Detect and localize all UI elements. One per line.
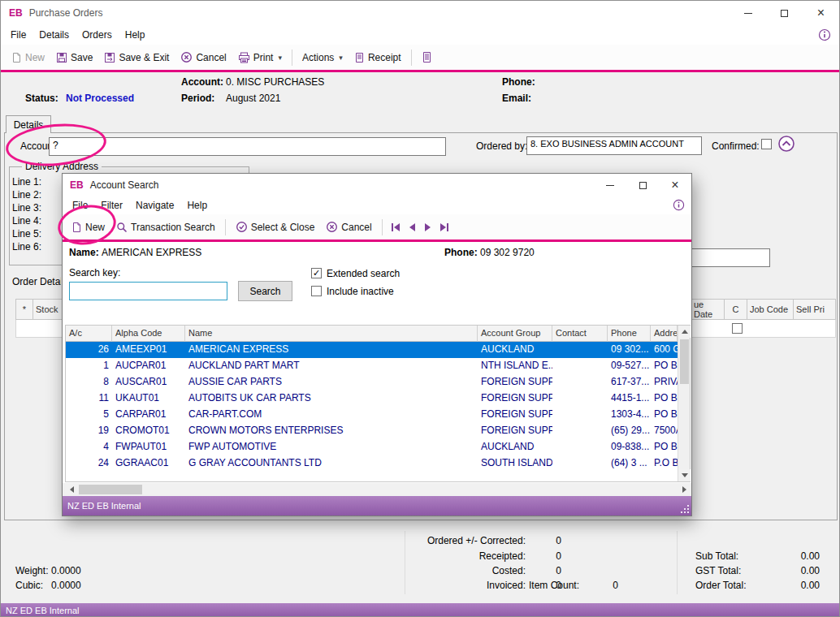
transaction-search-button[interactable]: Transaction Search (110, 218, 221, 236)
account-row[interactable]: 5 CARPAR01 CAR-PART.COM FOREIGN SUPP... … (66, 407, 690, 423)
scroll-down-button[interactable] (678, 469, 691, 481)
narrative-button[interactable] (416, 48, 438, 67)
menu-help[interactable]: Help (119, 27, 152, 43)
cell-address: 600 G (651, 342, 678, 358)
scroll-left-button[interactable] (65, 483, 78, 496)
menu-orders[interactable]: Orders (76, 27, 119, 43)
select-close-button[interactable]: Select & Close (230, 218, 321, 236)
search-button[interactable]: Search (238, 281, 292, 301)
previous-record-button[interactable] (405, 223, 420, 231)
actions-button[interactable]: Actions ▾ (297, 49, 349, 67)
dialog-maximize-button[interactable] (626, 174, 659, 196)
small-input-field[interactable] (691, 248, 770, 267)
horizontal-scrollbar[interactable] (65, 483, 691, 496)
cell-name: AUSSIE CAR PARTS (185, 374, 478, 390)
cell-name: FWP AUTOMOTIVE (185, 439, 478, 455)
scroll-left-icon (70, 486, 74, 493)
scroll-right-button[interactable] (678, 483, 691, 496)
dialog-exo-logo: EB (70, 179, 84, 191)
grid-row-checkbox[interactable] (732, 323, 743, 334)
cell-contact (552, 374, 608, 390)
ordered-by-input[interactable]: 8. EXO BUSINESS ADMIN ACCOUNT (526, 136, 702, 155)
order-grid-col-star[interactable]: * (15, 299, 33, 320)
extended-search-checkbox[interactable] (311, 268, 322, 278)
print-dropdown-arrow-icon[interactable]: ▾ (278, 54, 282, 62)
account-row[interactable]: 19 CROMOT01 CROWN MOTORS ENTERPRISES FOR… (66, 423, 690, 439)
menu-details[interactable]: Details (32, 27, 76, 43)
col-header-address[interactable]: Addre... (651, 326, 678, 342)
sub-total-label: Sub Total: (695, 550, 738, 562)
cell-ac: 26 (66, 342, 112, 358)
resize-grip[interactable] (680, 504, 690, 514)
info-icon[interactable] (818, 28, 831, 44)
include-inactive-checkbox[interactable] (311, 286, 322, 296)
scroll-down-icon (682, 473, 688, 477)
cell-address: PRIVA (651, 374, 678, 390)
account-row[interactable]: 1 AUCPAR01 AUCKLAND PART MART NTH ISLAND… (66, 358, 690, 374)
menu-file[interactable]: File (4, 27, 32, 43)
purchase-orders-window: EB Purchase Orders × File Details Orders… (0, 0, 840, 617)
order-grid-col-c[interactable]: C (725, 299, 747, 320)
first-record-icon (394, 223, 400, 231)
print-button[interactable]: Print ▾ (232, 49, 288, 67)
save-exit-button-label: Save & Exit (119, 52, 169, 63)
cell-alpha: GGRAAC01 (112, 455, 185, 472)
cell-name: AUCKLAND PART MART (185, 358, 478, 374)
col-header-contact[interactable]: Contact (552, 326, 608, 342)
results-grid: A/c Alpha Code Name Account Group Contac… (65, 325, 691, 482)
collapse-chevron-button[interactable] (777, 135, 795, 155)
first-record-button[interactable] (387, 223, 405, 231)
col-header-name[interactable]: Name (185, 326, 478, 342)
account-input[interactable]: ? (49, 137, 446, 156)
new-document-icon (11, 52, 22, 63)
cell-phone: 4415-1... (608, 390, 651, 407)
header-period-value: August 2021 (226, 93, 280, 104)
new-button[interactable]: New (6, 49, 50, 67)
dialog-close-button[interactable]: × (659, 174, 691, 196)
vertical-scrollbar[interactable] (678, 326, 690, 481)
save-exit-floppy-icon (104, 52, 115, 63)
dialog-menu-navigate[interactable]: Navigate (129, 197, 180, 214)
dialog-info-icon[interactable] (673, 199, 685, 214)
vertical-scroll-thumb[interactable] (680, 339, 689, 384)
search-input[interactable] (69, 282, 227, 300)
receipt-button[interactable]: Receipt (349, 49, 407, 67)
account-row[interactable]: 8 AUSCAR01 AUSSIE CAR PARTS FOREIGN SUPP… (66, 374, 690, 390)
result-name-label: Name: (69, 247, 99, 258)
order-grid-col-stock[interactable]: Stock (33, 299, 66, 320)
col-header-ac[interactable]: A/c (66, 326, 112, 342)
account-row[interactable]: 4 FWPAUT01 FWP AUTOMOTIVE AUCKLAND 09-83… (66, 439, 690, 455)
maximize-button[interactable] (766, 1, 803, 25)
next-record-button[interactable] (420, 223, 435, 231)
actions-dropdown-arrow-icon[interactable]: ▾ (339, 54, 343, 62)
last-record-button[interactable] (435, 223, 453, 231)
col-header-alpha-code[interactable]: Alpha Code (112, 326, 185, 342)
dialog-menu-help[interactable]: Help (180, 197, 214, 214)
close-button[interactable]: × (803, 1, 839, 25)
dialog-cancel-button[interactable]: Cancel (320, 218, 377, 236)
scroll-up-button[interactable] (678, 326, 691, 338)
order-grid-col-sell-price[interactable]: Sell Pri (794, 299, 836, 320)
col-header-account-group[interactable]: Account Group (478, 326, 552, 342)
account-row[interactable]: 11 UKAUT01 AUTOBITS UK CAR PARTS FOREIGN… (66, 390, 690, 407)
dialog-minimize-button[interactable] (594, 174, 626, 196)
order-grid-col-job-code[interactable]: Job Code (747, 299, 794, 320)
cell-group: NTH ISLAND E... (478, 358, 552, 374)
cell-group: FOREIGN SUPP... (478, 407, 552, 423)
window-title: Purchase Orders (29, 7, 103, 19)
cell-address: PO BO (651, 407, 678, 423)
account-row[interactable]: 26 AMEEXP01 AMERICAN EXPRESS AUCKLAND 09… (66, 342, 690, 358)
toolbar-separator (411, 50, 412, 66)
account-row[interactable]: 24 GGRAAC01 G GRAY ACCOUNTANTS LTD SOUTH… (66, 455, 690, 472)
minimize-button[interactable] (730, 1, 766, 25)
col-header-phone[interactable]: Phone (608, 326, 651, 342)
order-grid-col-due-date[interactable]: ue Date (691, 299, 725, 320)
save-button[interactable]: Save (50, 49, 98, 67)
cancel-button[interactable]: Cancel (175, 48, 232, 67)
save-exit-button[interactable]: Save & Exit (98, 49, 175, 67)
confirmed-checkbox[interactable] (761, 139, 772, 149)
new-button-label: New (25, 52, 45, 63)
last-record-icon (440, 223, 446, 231)
horizontal-scroll-thumb[interactable] (79, 485, 142, 494)
transaction-search-label: Transaction Search (131, 222, 215, 233)
